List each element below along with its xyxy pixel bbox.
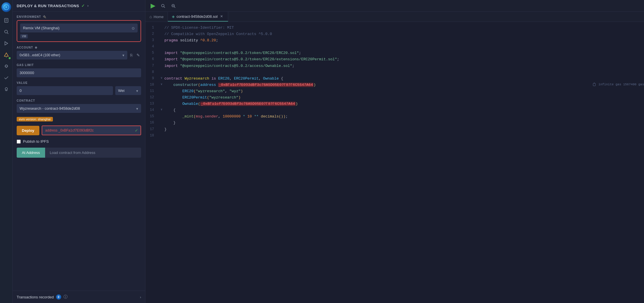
deploy-button[interactable]: Deploy bbox=[17, 126, 39, 135]
svg-line-20 bbox=[164, 7, 165, 8]
edit-account-icon[interactable]: ✎ bbox=[135, 52, 141, 59]
publish-ipfs-checkbox[interactable] bbox=[17, 140, 21, 144]
svg-marker-9 bbox=[5, 42, 8, 45]
fold-9-icon[interactable]: ∨ bbox=[161, 76, 162, 80]
value-section: VALUE Wei Gwei Finney Ether bbox=[17, 81, 141, 95]
code-line-15: 15 _mint(msg.sender, 10000000 * 10 ** de… bbox=[145, 113, 644, 120]
value-row: Wei Gwei Finney Ether bbox=[17, 86, 141, 95]
environment-section: ENVIRONMENT 🔌 Remix VM (Shanghai) Remix … bbox=[17, 15, 141, 42]
at-address-row: At Address Load contract from Address bbox=[17, 148, 141, 158]
environment-select-wrap[interactable]: Remix VM (Shanghai) Remix VM (Cancun) Re… bbox=[20, 24, 138, 32]
svg-point-18 bbox=[5, 88, 7, 90]
code-line-8: 8 bbox=[145, 69, 644, 76]
deploy-row: Deploy ✓ bbox=[17, 126, 141, 135]
sidebar-deploy-icon[interactable] bbox=[1, 50, 11, 60]
gas-limit-label: GAS LIMIT bbox=[17, 63, 141, 67]
code-line-12: 12 ERC20Permit("wyzresearch") bbox=[145, 94, 644, 101]
panel-title-text: DEPLOY & RUN TRANSACTIONS bbox=[17, 4, 79, 8]
panel-title: DEPLOY & RUN TRANSACTIONS ✓ › bbox=[17, 3, 89, 8]
address-input-wrap: ✓ bbox=[42, 126, 141, 135]
code-line-17: 17 } bbox=[145, 126, 644, 133]
environment-select[interactable]: Remix VM (Shanghai) Remix VM (Cancun) Re… bbox=[20, 24, 138, 32]
code-line-5: 5 import "@openzeppelin/contracts@5.0.2/… bbox=[145, 50, 644, 56]
main-area: ▶ ⌂ Home ◈ contract-9458de2d08.sol ✕ bbox=[145, 0, 644, 303]
toolbar: ▶ bbox=[145, 0, 644, 12]
unit-select[interactable]: Wei Gwei Finney Ether bbox=[115, 86, 141, 95]
copy-account-icon[interactable]: ⎘ bbox=[129, 52, 134, 59]
tab-contract[interactable]: ◈ contract-9458de2d08.sol ✕ bbox=[168, 12, 228, 22]
code-line-7: 7 import "@openzeppelin/contracts@5.0.2/… bbox=[145, 63, 644, 69]
code-line-6: 6 import "@openzeppelin/contracts@5.0.2/… bbox=[145, 56, 644, 63]
home-tab-icon: ⌂ bbox=[149, 14, 152, 19]
contract-select[interactable]: Wyzresearch - contract-9458de2d08 bbox=[17, 104, 141, 113]
contract-tab-close-icon[interactable]: ✕ bbox=[219, 14, 224, 19]
code-line-3: 3 pragma solidity ^0.8.20; bbox=[145, 37, 644, 44]
transactions-info-icon[interactable]: ⓘ bbox=[64, 294, 68, 300]
evm-badge: evm version: shanghai bbox=[17, 117, 53, 121]
unit-select-wrap[interactable]: Wei Gwei Finney Ether bbox=[115, 86, 141, 95]
sidebar-debug-icon[interactable] bbox=[1, 61, 11, 71]
code-line-16: 16 } bbox=[145, 120, 644, 126]
environment-label: ENVIRONMENT 🔌 bbox=[17, 15, 141, 18]
svg-rect-24 bbox=[593, 83, 595, 86]
contract-tab-icon: ◈ bbox=[172, 14, 175, 19]
panel-header: DEPLOY & RUN TRANSACTIONS ✓ › bbox=[13, 0, 145, 12]
publish-ipfs-row: Publish to IPFS bbox=[17, 139, 141, 144]
svg-point-11 bbox=[6, 57, 7, 57]
account-select-wrap[interactable]: 0x5B3...eddC4 (100 ether) 0xAb8...3921 (… bbox=[17, 51, 127, 59]
value-input[interactable] bbox=[17, 86, 113, 95]
sidebar-search-icon[interactable] bbox=[1, 27, 11, 37]
contract-label: CONTRACT bbox=[17, 99, 141, 102]
contract-select-wrap[interactable]: Wyzresearch - contract-9458de2d08 bbox=[17, 104, 141, 113]
gas-info-10: infinite gas 1567400 gas bbox=[593, 82, 644, 87]
sidebar-test-icon[interactable] bbox=[1, 73, 11, 83]
publish-ipfs-label: Publish to IPFS bbox=[23, 139, 49, 144]
sidebar-compile-icon[interactable] bbox=[1, 38, 11, 48]
transactions-count-badge: 0 bbox=[56, 294, 61, 300]
panel-body: ENVIRONMENT 🔌 Remix VM (Shanghai) Remix … bbox=[13, 12, 145, 161]
run-button[interactable]: ▶ bbox=[149, 2, 157, 9]
address-check-icon: ✓ bbox=[135, 128, 138, 133]
transactions-row[interactable]: Transactions recorded 0 ⓘ › bbox=[13, 291, 145, 303]
search-toolbar-button[interactable] bbox=[159, 2, 167, 10]
evm-badge-wrap: evm version: shanghai bbox=[17, 117, 141, 121]
fold-14-icon[interactable]: ∨ bbox=[161, 107, 162, 112]
code-line-1: 1 // SPDX-License-Identifier: MIT bbox=[145, 25, 644, 31]
env-info-icon: 🔌 bbox=[43, 15, 47, 18]
contract-tab-label: contract-9458de2d08.sol bbox=[176, 14, 218, 19]
code-line-18: 18 bbox=[145, 133, 644, 139]
code-line-2: 2 // Compatible with OpenZeppelin Contra… bbox=[145, 31, 644, 37]
app-logo bbox=[1, 2, 11, 12]
svg-line-23 bbox=[174, 7, 175, 8]
account-row: 0x5B3...eddC4 (100 ether) 0xAb8...3921 (… bbox=[17, 51, 141, 59]
svg-point-2 bbox=[6, 7, 7, 8]
panel-chevron-icon: › bbox=[87, 4, 89, 8]
account-label: ACCOUNT ⊕ bbox=[17, 46, 141, 49]
tab-bar: ⌂ Home ◈ contract-9458de2d08.sol ✕ bbox=[145, 12, 644, 22]
code-line-9: 9 ∨ contract Wyzresearch is ERC20, ERC20… bbox=[145, 76, 644, 82]
gas-limit-input[interactable] bbox=[17, 68, 141, 77]
tab-home[interactable]: ⌂ Home bbox=[145, 12, 168, 21]
at-address-button[interactable]: At Address bbox=[17, 148, 45, 158]
account-select[interactable]: 0x5B3...eddC4 (100 ether) 0xAb8...3921 (… bbox=[17, 51, 127, 59]
sidebar-docs-icon[interactable] bbox=[1, 84, 11, 94]
account-add-icon[interactable]: ⊕ bbox=[35, 46, 37, 49]
code-editor[interactable]: 1 // SPDX-License-Identifier: MIT 2 // C… bbox=[145, 22, 644, 303]
svg-rect-12 bbox=[5, 65, 7, 67]
gas-limit-section: GAS LIMIT bbox=[17, 63, 141, 77]
svg-line-8 bbox=[7, 33, 8, 34]
sidebar-files-icon[interactable] bbox=[1, 16, 11, 25]
code-line-11: 11 ERC20("wyzresearch", "wyz") bbox=[145, 88, 644, 94]
home-tab-label: Home bbox=[153, 15, 164, 19]
svg-marker-10 bbox=[4, 53, 8, 56]
transactions-label: Transactions recorded bbox=[17, 295, 54, 299]
account-section: ACCOUNT ⊕ 0x5B3...eddC4 (100 ether) 0xAb… bbox=[17, 46, 141, 59]
fold-10-icon[interactable]: ∨ bbox=[161, 82, 162, 87]
contract-section: CONTRACT Wyzresearch - contract-9458de2d… bbox=[17, 99, 141, 113]
zoom-toolbar-button[interactable] bbox=[169, 2, 177, 10]
deploy-address-input[interactable] bbox=[42, 126, 141, 135]
transactions-chevron-icon: › bbox=[140, 295, 141, 299]
load-contract-label: Load contract from Address bbox=[45, 148, 141, 158]
left-panel: DEPLOY & RUN TRANSACTIONS ✓ › ENVIRONMEN… bbox=[13, 0, 145, 303]
panel-check-icon: ✓ bbox=[81, 3, 85, 8]
